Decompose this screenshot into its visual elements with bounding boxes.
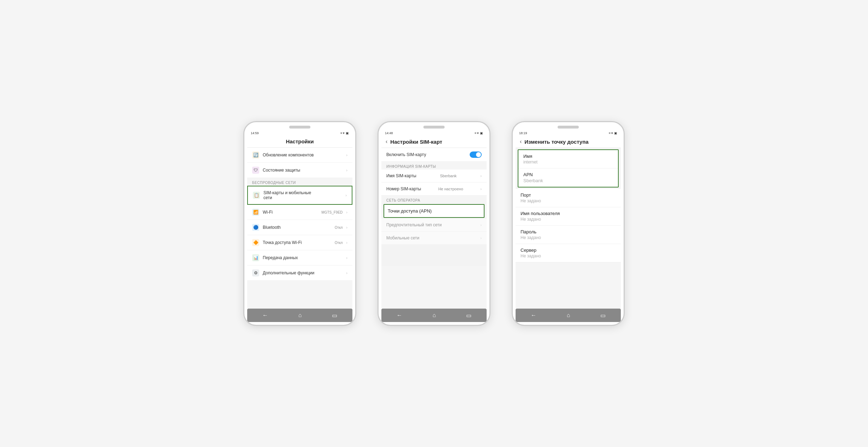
phone3-content: Имя internet APN Sberbank Порт Не задано… (516, 148, 621, 309)
phone2: 14:48 ≡ ▾ ▣ ‹ Настройки SIM-карт Включит… (377, 121, 491, 326)
apn-apn-value: Sberbank (523, 178, 613, 183)
phone2-bottom-nav: ← ⌂ ▭ (381, 309, 487, 322)
bluetooth-label: Bluetooth (263, 225, 331, 230)
phone2-screen: 14:48 ≡ ▾ ▣ ‹ Настройки SIM-карт Включит… (381, 130, 487, 309)
sim-label: SIM-карты и мобильныесети (263, 190, 342, 200)
phone1-content: 🔄 Обновление компонентов › 🛡 Состояние з… (247, 148, 352, 309)
apn-server-value: Не задано (521, 254, 616, 258)
phone3-title: Изменить точку доступа (524, 139, 588, 145)
phone1-speaker (289, 126, 310, 129)
phone2-home-btn[interactable]: ⌂ (428, 311, 440, 320)
settings-item-extra[interactable]: ⚙ Дополнительные функции › (247, 266, 352, 281)
apn-pass-value: Не задано (521, 235, 616, 240)
apn-server-label: Сервер (521, 248, 616, 253)
network-type-row[interactable]: Предпочтительный тип сети › (381, 219, 487, 232)
sim-number-label: Номер SIM-карты (386, 186, 421, 191)
sim-name-label: Имя SIM-карты (386, 173, 416, 178)
phone1-wrapper: 14:59 ≡ ▾ ▣ Настройки 🔄 Обновление компо… (243, 121, 356, 326)
sim-chevron: › (345, 193, 347, 197)
settings-item-wifi[interactable]: 📶 Wi-Fi MGTS_F9ED › (247, 205, 352, 220)
apn-pass-label: Пароль (521, 229, 616, 234)
sim-number-row[interactable]: Номер SIM-карты Не настроено › (381, 183, 487, 196)
apn-highlight-row[interactable]: Точки доступа (APN) (384, 204, 484, 218)
bluetooth-icon: 🔵 (252, 224, 259, 231)
phone3-home-btn[interactable]: ⌂ (563, 311, 575, 320)
update-chevron: › (346, 153, 347, 157)
phone1: 14:59 ≡ ▾ ▣ Настройки 🔄 Обновление компо… (243, 121, 356, 326)
network-type-chevron: › (480, 223, 482, 227)
enable-sim-toggle[interactable] (470, 151, 482, 158)
sim-number-chevron: › (480, 187, 482, 191)
apn-user-value: Не задано (521, 217, 616, 222)
phone2-back-btn[interactable]: ← (392, 311, 406, 320)
enable-sim-row[interactable]: Включить SIM-карту (381, 148, 487, 162)
enable-sim-label: Включить SIM-карту (386, 152, 426, 157)
hotspot-icon: 🔶 (252, 239, 259, 246)
settings-item-data[interactable]: 📊 Передача данных › (247, 250, 352, 266)
apn-port-row[interactable]: Порт Не задано (516, 189, 621, 207)
update-icon: 🔄 (252, 151, 259, 159)
sim-name-chevron: › (480, 174, 482, 178)
phone3-time: 18:19 (519, 131, 527, 135)
phone2-wrapper: 14:48 ≡ ▾ ▣ ‹ Настройки SIM-карт Включит… (377, 121, 491, 326)
extra-icon: ⚙ (252, 269, 259, 276)
phone3: 18:19 ≡ ▾ ▣ ‹ Изменить точку доступа Имя… (512, 121, 625, 326)
phone1-status-bar: 14:59 ≡ ▾ ▣ (247, 130, 352, 136)
blurred-area (381, 245, 487, 266)
network-type-label: Предпочтительный тип сети (386, 222, 442, 227)
wifi-icon: 📶 (252, 209, 259, 216)
apn-server-row[interactable]: Сервер Не задано (516, 244, 621, 262)
wifi-value: MGTS_F9ED (321, 210, 343, 214)
apn-user-label: Имя пользователя (521, 211, 616, 216)
phone1-time: 14:59 (251, 131, 259, 135)
apn-name-label: Имя (523, 154, 613, 159)
hotspot-chevron: › (346, 240, 347, 245)
settings-item-protection[interactable]: 🛡 Состояние защиты › (247, 163, 352, 178)
phone1-home-btn[interactable]: ⌂ (294, 311, 306, 320)
phone2-recent-btn[interactable]: ▭ (462, 311, 476, 320)
phone2-back-icon[interactable]: ‹ (386, 138, 387, 145)
sim-info-section: ИНФОРМАЦИЯ SIM-КАРТЫ (381, 162, 487, 169)
phone3-back-icon[interactable]: ‹ (520, 138, 522, 145)
settings-item-sim[interactable]: 📋 SIM-карты и мобильныесети › (247, 186, 352, 205)
data-icon: 📊 (252, 254, 259, 261)
phone3-bottom-nav: ← ⌂ ▭ (516, 309, 621, 322)
extra-label: Дополнительные функции (263, 270, 343, 275)
phone2-status-bar: 14:48 ≡ ▾ ▣ (381, 130, 487, 136)
phone3-status-icons: ≡ ▾ ▣ (609, 131, 617, 135)
phone1-back-btn[interactable]: ← (258, 311, 272, 320)
protection-chevron: › (346, 168, 347, 172)
mobile-net-chevron: › (480, 236, 482, 240)
settings-item-bluetooth[interactable]: 🔵 Bluetooth Откл › (247, 220, 352, 235)
phone1-bottom-nav: ← ⌂ ▭ (247, 309, 352, 322)
apn-pass-row[interactable]: Пароль Не задано (516, 226, 621, 244)
phone2-speaker (423, 126, 445, 129)
data-chevron: › (346, 256, 347, 260)
phone1-header: Настройки (247, 136, 352, 148)
settings-item-hotspot[interactable]: 🔶 Точка доступа Wi-Fi Откл › (247, 235, 352, 250)
data-label: Передача данных (263, 255, 343, 260)
settings-item-update[interactable]: 🔄 Обновление компонентов › (247, 148, 352, 163)
wifi-chevron: › (346, 210, 347, 214)
phone2-status-icons: ≡ ▾ ▣ (475, 131, 483, 135)
apn-name-row[interactable]: Имя internet (518, 150, 618, 168)
mobile-net-row[interactable]: Мобильные сети › (381, 232, 487, 245)
wireless-section-label: БЕСПРОВОДНЫЕ СЕТИ (247, 178, 352, 186)
phone1-recent-btn[interactable]: ▭ (328, 311, 341, 320)
apn-apn-label: APN (523, 172, 613, 177)
sim-name-row[interactable]: Имя SIM-карты Sberbank › (381, 169, 487, 183)
phone1-title: Настройки (286, 138, 314, 144)
protection-icon: 🛡 (252, 167, 259, 174)
sim-icon: 📋 (253, 192, 260, 199)
apn-user-row[interactable]: Имя пользователя Не задано (516, 207, 621, 226)
sim-number-value: Не настроено (438, 187, 463, 191)
apn-apn-row[interactable]: APN Sberbank (518, 168, 618, 187)
phone3-recent-btn[interactable]: ▭ (596, 311, 610, 320)
apn-name-value: internet (523, 160, 613, 165)
phone2-time: 14:48 (385, 131, 393, 135)
phone3-speaker (558, 126, 579, 129)
phone2-content: Включить SIM-карту ИНФОРМАЦИЯ SIM-КАРТЫ … (381, 148, 487, 309)
phone3-back-btn[interactable]: ← (527, 311, 541, 320)
apn-edit-highlight-box: Имя internet APN Sberbank (518, 149, 619, 187)
phone2-header: ‹ Настройки SIM-карт (381, 136, 487, 148)
